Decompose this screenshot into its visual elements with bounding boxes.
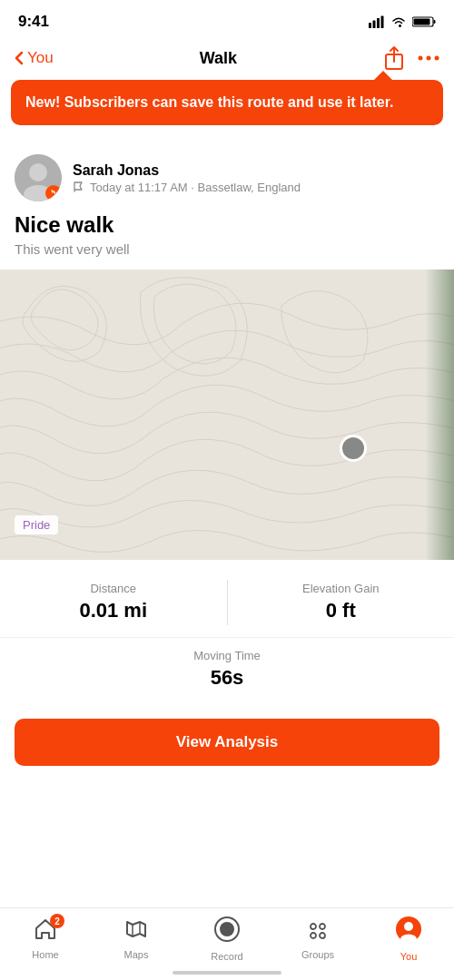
- svg-rect-3: [381, 16, 384, 29]
- svg-rect-0: [369, 23, 371, 28]
- tab-groups-label: Groups: [301, 949, 334, 960]
- avatar: [15, 154, 62, 201]
- view-analysis-button[interactable]: View Analysis: [15, 719, 439, 766]
- tab-you[interactable]: You: [381, 916, 436, 962]
- svg-rect-6: [414, 19, 430, 25]
- chevron-left-icon: [15, 51, 24, 65]
- map-right-peek: [425, 270, 454, 560]
- svg-point-20: [320, 924, 325, 929]
- strava-logo-icon: [48, 188, 59, 199]
- map-topo: [0, 270, 454, 560]
- svg-point-12: [29, 163, 47, 181]
- svg-point-19: [311, 924, 316, 929]
- record-icon: [213, 916, 241, 948]
- tab-maps[interactable]: Maps: [109, 917, 163, 960]
- stat-moving-time: Moving Time 56s: [0, 642, 454, 697]
- activity-section: Nice walk This went very well: [0, 209, 454, 260]
- svg-rect-5: [434, 20, 436, 24]
- moving-time-value: 56s: [0, 666, 454, 690]
- home-badge: 2: [50, 914, 64, 928]
- back-button[interactable]: You: [15, 49, 54, 67]
- home-indicator: [173, 971, 281, 975]
- home-icon: 2: [34, 917, 57, 946]
- flag-icon: [73, 181, 85, 192]
- tab-groups[interactable]: Groups: [291, 917, 345, 960]
- nav-actions: [383, 45, 439, 71]
- tab-record-label: Record: [211, 951, 242, 962]
- tab-record[interactable]: Record: [200, 916, 254, 962]
- elevation-label: Elevation Gain: [228, 582, 455, 595]
- back-label: You: [27, 49, 54, 67]
- svg-rect-1: [373, 21, 376, 29]
- activity-description: This went very well: [15, 241, 439, 257]
- stat-distance: Distance 0.01 mi: [0, 574, 227, 630]
- svg-point-18: [220, 922, 234, 936]
- profile-info: Sarah Jonas Today at 11:17 AM · Bassetla…: [73, 162, 301, 194]
- tab-you-label: You: [400, 951, 418, 962]
- moving-time-label: Moving Time: [0, 649, 454, 662]
- groups-icon: [306, 917, 330, 946]
- profile-meta-text: Today at 11:17 AM · Bassetlaw, England: [90, 181, 301, 194]
- stat-elevation: Elevation Gain 0 ft: [228, 574, 455, 630]
- tab-bar: 2 Home Maps Record: [0, 907, 454, 980]
- share-icon[interactable]: [383, 45, 405, 71]
- you-icon: [395, 916, 422, 948]
- svg-point-21: [311, 933, 316, 938]
- promo-text: New! Subscribers can save this route and…: [25, 94, 393, 110]
- map-container[interactable]: Pride: [0, 270, 454, 560]
- map-pride-label: Pride: [15, 515, 58, 534]
- svg-point-10: [435, 56, 439, 61]
- maps-icon: [124, 917, 148, 946]
- signal-icon: [369, 15, 385, 28]
- wifi-icon: [390, 15, 407, 28]
- strava-badge: [45, 185, 62, 201]
- tab-home[interactable]: 2 Home: [18, 917, 73, 960]
- tab-home-label: Home: [32, 949, 58, 960]
- stats-section: Distance 0.01 mi Elevation Gain 0 ft Mov…: [0, 560, 454, 704]
- svg-point-9: [427, 56, 431, 61]
- status-time: 9:41: [18, 13, 49, 31]
- svg-point-8: [419, 56, 423, 61]
- svg-point-22: [320, 933, 325, 938]
- distance-label: Distance: [0, 582, 227, 595]
- activity-title: Nice walk: [15, 212, 439, 238]
- svg-rect-14: [0, 270, 454, 560]
- tab-maps-label: Maps: [124, 949, 149, 960]
- stats-row-bottom: Moving Time 56s: [0, 637, 454, 697]
- more-icon[interactable]: [418, 54, 439, 62]
- page-title: Walk: [200, 49, 237, 68]
- elevation-value: 0 ft: [228, 599, 455, 622]
- distance-value: 0.01 mi: [0, 599, 227, 622]
- profile-meta: Today at 11:17 AM · Bassetlaw, England: [73, 181, 301, 194]
- profile-section: Sarah Jonas Today at 11:17 AM · Bassetla…: [0, 143, 454, 209]
- svg-point-24: [404, 922, 413, 931]
- promo-banner: New! Subscribers can save this route and…: [11, 80, 443, 125]
- profile-name: Sarah Jonas: [73, 162, 301, 179]
- status-icons: [369, 15, 436, 28]
- stats-row-top: Distance 0.01 mi Elevation Gain 0 ft: [0, 574, 454, 630]
- status-bar: 9:41: [0, 0, 454, 38]
- battery-icon: [412, 15, 436, 28]
- svg-rect-2: [377, 18, 380, 28]
